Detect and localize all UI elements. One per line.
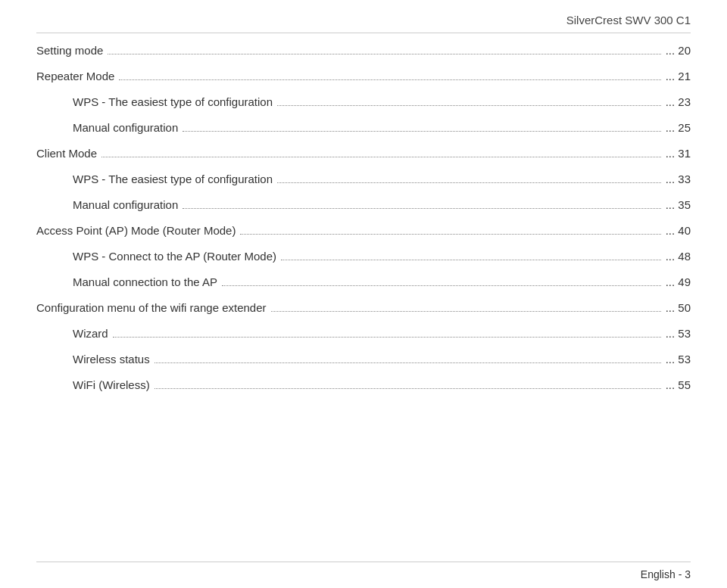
toc-page-number: ... 48 (666, 250, 691, 263)
toc-row: Wireless status... 53 (36, 353, 691, 378)
toc-label: Setting mode (36, 44, 103, 57)
toc-row: Client Mode... 31 (36, 147, 691, 173)
toc-label: WPS - The easiest type of configuration (73, 95, 273, 108)
toc-label: WPS - Connect to the AP (Router Mode) (73, 250, 276, 263)
toc-dots (154, 388, 661, 389)
toc-dots (108, 54, 660, 54)
page-container: SilverCrest SWV 300 C1 Setting mode... 2… (0, 0, 727, 588)
toc-page-number: ... 33 (666, 173, 691, 185)
toc-table: Setting mode... 20Repeater Mode... 21WPS… (36, 36, 691, 562)
toc-dots (119, 79, 660, 80)
toc-label: Client Mode (36, 147, 97, 160)
toc-label: Access Point (AP) Mode (Router Mode) (36, 224, 236, 237)
toc-row: Repeater Mode... 21 (36, 70, 691, 95)
toc-dots (113, 337, 661, 338)
toc-label: Manual configuration (73, 198, 178, 211)
toc-label: Manual connection to the AP (73, 275, 217, 288)
toc-label: Manual configuration (73, 121, 178, 134)
toc-row: WiFi (Wireless)... 55 (36, 378, 691, 404)
toc-label: Configuration menu of the wifi range ext… (36, 301, 267, 314)
toc-page-number: ... 49 (666, 275, 691, 288)
toc-dots (183, 131, 660, 132)
toc-dots (240, 234, 660, 235)
toc-dots (277, 105, 661, 106)
toc-row: Configuration menu of the wifi range ext… (36, 301, 691, 327)
toc-dots (183, 208, 660, 209)
toc-dots (271, 311, 661, 312)
toc-label: Wizard (73, 327, 108, 340)
toc-label: WPS - The easiest type of configuration (73, 173, 273, 185)
toc-label: Wireless status (73, 353, 150, 366)
toc-page-number: ... 21 (666, 70, 691, 82)
toc-dots (281, 260, 661, 260)
toc-page-number: ... 31 (666, 147, 691, 160)
toc-page-number: ... 20 (666, 44, 691, 57)
toc-page-number: ... 25 (666, 121, 691, 134)
page-header: SilverCrest SWV 300 C1 (36, 14, 691, 33)
toc-label: WiFi (Wireless) (73, 378, 150, 391)
toc-page-number: ... 40 (666, 224, 691, 237)
toc-page-number: ... 53 (666, 327, 691, 340)
toc-page-number: ... 53 (666, 353, 691, 366)
toc-page-number: ... 50 (666, 301, 691, 314)
toc-page-number: ... 55 (666, 378, 691, 391)
toc-row: Manual connection to the AP... 49 (36, 275, 691, 301)
toc-row: Wizard... 53 (36, 327, 691, 353)
toc-page-number: ... 23 (666, 95, 691, 108)
toc-row: Manual configuration... 35 (36, 198, 691, 224)
toc-dots (101, 157, 661, 157)
toc-dots (154, 362, 661, 363)
toc-row: Manual configuration... 25 (36, 121, 691, 147)
page-footer: English - 3 (36, 562, 691, 588)
toc-label: Repeater Mode (36, 70, 114, 82)
toc-row: WPS - The easiest type of configuration.… (36, 95, 691, 121)
toc-dots (222, 285, 661, 286)
toc-row: WPS - Connect to the AP (Router Mode)...… (36, 250, 691, 275)
toc-dots (277, 182, 661, 183)
toc-row: Access Point (AP) Mode (Router Mode)... … (36, 224, 691, 250)
toc-row: Setting mode... 20 (36, 44, 691, 70)
footer-text: English - 3 (641, 568, 691, 580)
header-title: SilverCrest SWV 300 C1 (566, 14, 691, 26)
toc-row: WPS - The easiest type of configuration.… (36, 173, 691, 198)
toc-page-number: ... 35 (666, 198, 691, 211)
